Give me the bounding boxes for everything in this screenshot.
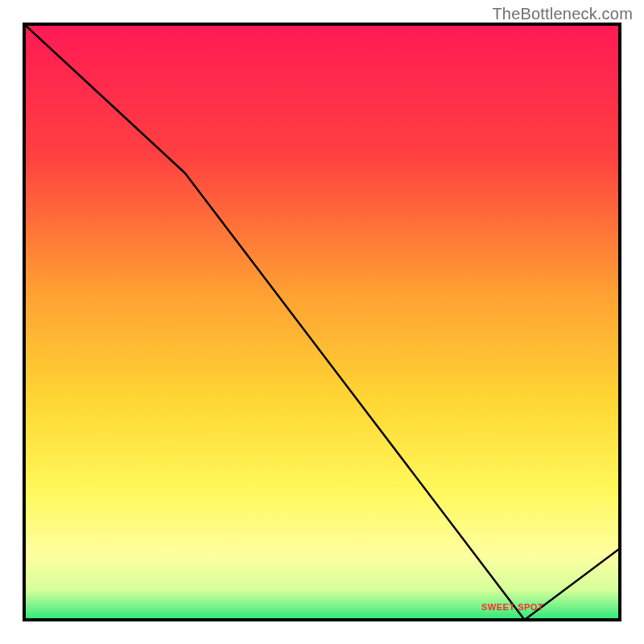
chart-svg <box>0 0 644 644</box>
chart-container: TheBottleneck.com SWEET SPOT <box>0 0 644 644</box>
sweet-spot-label: SWEET SPOT <box>481 602 543 612</box>
plot-background <box>24 24 620 620</box>
attribution-text: TheBottleneck.com <box>492 5 633 23</box>
